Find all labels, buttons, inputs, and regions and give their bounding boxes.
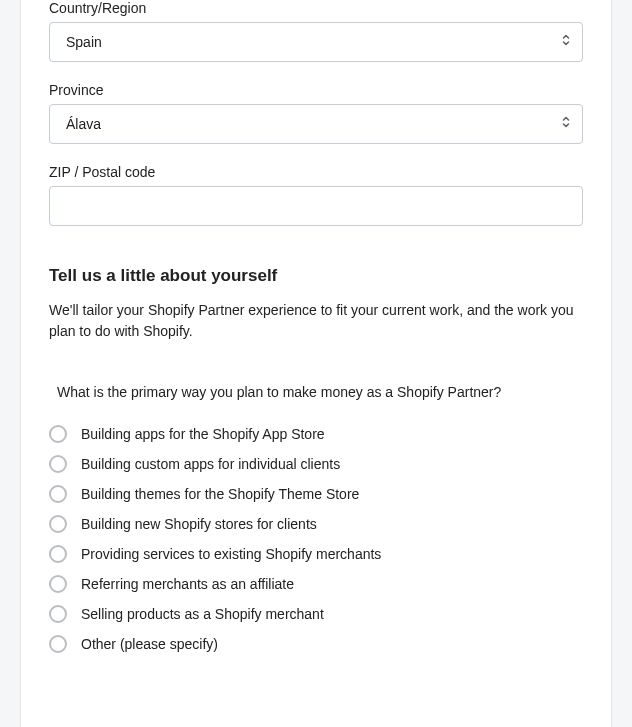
country-label: Country/Region [49, 0, 583, 16]
radio-label: Building themes for the Shopify Theme St… [81, 486, 359, 502]
province-select-wrapper: Álava [49, 104, 583, 144]
province-field-group: Province Álava [49, 82, 583, 144]
radio-label: Building new Shopify stores for clients [81, 516, 317, 532]
radio-input[interactable] [49, 455, 67, 473]
radio-option-other[interactable]: Other (please specify) [49, 629, 583, 659]
radio-option-services[interactable]: Providing services to existing Shopify m… [49, 539, 583, 569]
radio-label: Selling products as a Shopify merchant [81, 606, 324, 622]
country-field-group: Country/Region Spain [49, 0, 583, 62]
zip-input[interactable] [49, 186, 583, 226]
radio-label: Other (please specify) [81, 636, 218, 652]
radio-label: Building custom apps for individual clie… [81, 456, 340, 472]
radio-group: Building apps for the Shopify App Store … [49, 419, 583, 659]
radio-input[interactable] [49, 635, 67, 653]
radio-option-new-stores[interactable]: Building new Shopify stores for clients [49, 509, 583, 539]
radio-input[interactable] [49, 545, 67, 563]
province-select[interactable]: Álava [49, 104, 583, 144]
question-text: What is the primary way you plan to make… [49, 382, 583, 403]
radio-input[interactable] [49, 575, 67, 593]
radio-label: Building apps for the Shopify App Store [81, 426, 325, 442]
country-select-wrapper: Spain [49, 22, 583, 62]
radio-input[interactable] [49, 485, 67, 503]
radio-input[interactable] [49, 425, 67, 443]
radio-option-themes[interactable]: Building themes for the Shopify Theme St… [49, 479, 583, 509]
radio-option-selling[interactable]: Selling products as a Shopify merchant [49, 599, 583, 629]
province-label: Province [49, 82, 583, 98]
form-container: Country/Region Spain Province Álava [20, 0, 612, 727]
section-description: We'll tailor your Shopify Partner experi… [49, 300, 583, 342]
zip-label: ZIP / Postal code [49, 164, 583, 180]
radio-option-apps[interactable]: Building apps for the Shopify App Store [49, 419, 583, 449]
radio-label: Referring merchants as an affiliate [81, 576, 294, 592]
radio-input[interactable] [49, 605, 67, 623]
radio-input[interactable] [49, 515, 67, 533]
radio-option-affiliate[interactable]: Referring merchants as an affiliate [49, 569, 583, 599]
zip-field-group: ZIP / Postal code [49, 164, 583, 226]
radio-label: Providing services to existing Shopify m… [81, 546, 381, 562]
section-heading: Tell us a little about yourself [49, 266, 583, 286]
country-select[interactable]: Spain [49, 22, 583, 62]
radio-option-custom-apps[interactable]: Building custom apps for individual clie… [49, 449, 583, 479]
